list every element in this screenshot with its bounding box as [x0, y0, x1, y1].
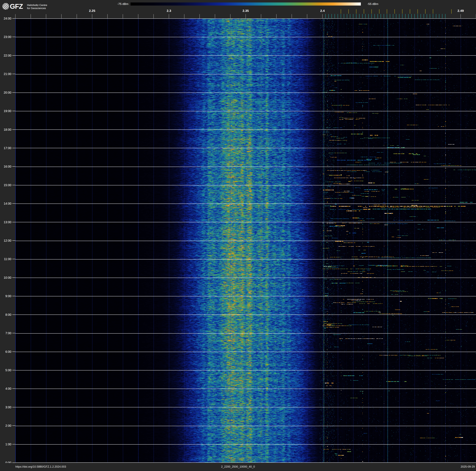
time-tick-label: 22:00	[0, 54, 11, 57]
time-tick	[12, 444, 15, 444]
wifi-channel-tick	[410, 9, 410, 14]
time-tick-label: 11:00	[0, 257, 11, 261]
ble-channel-tick	[430, 14, 430, 18]
time-tick	[12, 55, 15, 56]
ble-channel-tick	[338, 14, 338, 18]
freq-tick-minor	[307, 14, 307, 18]
wifi-channel-tick	[402, 9, 402, 14]
freq-tick-label: 2.25	[89, 9, 95, 13]
freq-tick-minor	[92, 14, 92, 18]
wifi-channel-tick	[341, 9, 341, 14]
spectrogram-page: GFZ Helmholtz Centre for Geosciences -75…	[0, 0, 476, 471]
footer-filename: 2_2200_2500_10000_40_0	[0, 465, 476, 468]
colorbar-gradient	[131, 2, 361, 5]
time-tick	[12, 314, 15, 315]
ble-channel-tick	[362, 14, 362, 18]
time-tick-label: 9:00	[0, 294, 11, 298]
wifi-channel-tick	[372, 9, 372, 14]
time-tick-label: 21:00	[0, 72, 11, 76]
time-tick-label: 16:00	[0, 165, 11, 168]
time-tick	[12, 352, 15, 352]
time-tick	[12, 240, 15, 241]
ble-channel-tick	[350, 14, 350, 18]
ble-channel-tick	[378, 14, 378, 18]
ble-channel-tick	[418, 14, 418, 18]
ble-channel-tick	[436, 14, 436, 18]
freq-tick-minor	[123, 14, 123, 18]
time-tick	[12, 407, 15, 407]
wifi-channel-tick	[356, 9, 357, 14]
wifi-channel-tick	[394, 9, 395, 14]
ble-channel-tick	[353, 14, 353, 18]
time-tick-label: 15:00	[0, 183, 11, 187]
freq-tick-minor	[322, 14, 323, 18]
time-tick-label: 5:00	[0, 368, 11, 372]
ble-channel-tick	[405, 14, 406, 18]
ble-channel-tick	[411, 14, 412, 18]
time-tick-label: 6:00	[0, 350, 11, 353]
freq-tick-minor	[246, 14, 246, 18]
freq-tick-minor	[138, 14, 138, 18]
ble-channel-tick	[365, 14, 366, 18]
wifi-channel-tick	[433, 9, 433, 14]
ble-channel-tick	[421, 14, 421, 18]
freq-tick-minor	[230, 14, 230, 18]
time-tick	[12, 259, 15, 259]
ble-channel-tick	[414, 14, 415, 18]
freq-tick-minor	[31, 14, 31, 18]
freq-tick-minor	[61, 14, 62, 18]
time-tick	[12, 148, 15, 148]
time-tick-label: 10:00	[0, 276, 11, 279]
freq-tick-label: 2.4	[320, 9, 324, 13]
freq-tick-minor	[15, 14, 16, 18]
time-tick-label: 1:00	[0, 442, 11, 446]
freq-tick-minor	[153, 14, 154, 18]
time-tick	[12, 129, 15, 130]
ble-channel-tick	[341, 14, 341, 18]
freq-tick-label: 2.35	[243, 9, 249, 13]
footer-bar: https://doi.org/10.5880/GFZ.1.2.2024.003…	[0, 463, 476, 471]
freq-tick-label: 2.49	[458, 9, 464, 13]
ble-channel-tick	[408, 14, 408, 18]
freq-tick-minor	[276, 14, 276, 18]
freq-tick-minor	[261, 14, 261, 18]
time-tick-label: 3:00	[0, 405, 11, 409]
ble-channel-tick	[347, 14, 347, 18]
time-tick	[12, 92, 15, 93]
ble-channel-tick	[372, 14, 372, 18]
time-tick	[12, 203, 15, 204]
ble-channel-tick	[390, 14, 390, 18]
time-tick	[12, 166, 15, 167]
time-tick	[12, 18, 15, 18]
wifi-channel-tick	[387, 9, 387, 14]
time-tick	[12, 333, 15, 333]
ble-channel-tick	[374, 14, 375, 18]
time-tick-label: 12:00	[0, 239, 11, 242]
ble-channel-tick	[344, 14, 344, 18]
ble-channel-tick	[328, 14, 329, 18]
wifi-channel-tick	[425, 9, 425, 14]
time-tick	[12, 111, 15, 111]
freq-tick-minor	[77, 14, 77, 18]
ble-channel-tick	[396, 14, 396, 18]
time-tick-label: 24:00	[0, 17, 11, 20]
ble-channel-tick	[332, 14, 332, 18]
time-tick	[12, 296, 15, 296]
time-tick	[12, 388, 15, 389]
freq-tick-minor	[200, 14, 200, 18]
ble-channel-tick	[325, 14, 326, 18]
wifi-channel-tick	[379, 9, 379, 14]
spectrogram-plot	[15, 18, 476, 463]
wifi-channel-tick	[348, 9, 349, 14]
time-tick-label: 14:00	[0, 202, 11, 205]
gfz-logo-subtitle-line2: for Geosciences	[27, 7, 47, 10]
time-tick	[12, 37, 15, 37]
ble-channel-tick	[445, 14, 445, 18]
time-tick-label: 18:00	[0, 128, 11, 131]
gfz-logo-subtitle: Helmholtz Centre for Geosciences	[27, 4, 47, 10]
time-tick-label: 4:00	[0, 387, 11, 390]
ble-channel-tick	[427, 14, 427, 18]
time-tick-label: 23:00	[0, 35, 11, 39]
gfz-logo-subtitle-line1: Helmholtz Centre	[27, 4, 47, 7]
time-tick-label: 13:00	[0, 220, 11, 224]
